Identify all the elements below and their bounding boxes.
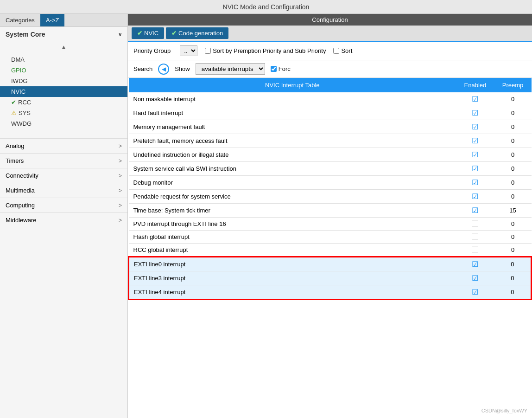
col-interrupt-name: NVIC Interrupt Table [129, 78, 456, 92]
checkbox-checked-icon: ☑ [472, 179, 478, 186]
interrupt-enabled-cell[interactable]: ☑ [456, 134, 494, 148]
sidebar-item-nvic[interactable]: NVIC [0, 86, 127, 97]
interrupt-enabled-cell[interactable] [456, 218, 494, 231]
sidebar-item-iwdg[interactable]: IWDG [0, 76, 127, 86]
interrupt-enabled-cell[interactable]: ☑ [456, 120, 494, 134]
config-section: Configuration ✔ NVIC ✔ Code generation P… [128, 14, 532, 418]
table-row: PVD interrupt through EXTI line 160 [129, 218, 532, 231]
sys-warn-icon: ⚠ [11, 109, 17, 116]
tab-nvic[interactable]: ✔ NVIC [132, 27, 164, 39]
interrupt-enabled-cell[interactable]: ☑ [456, 204, 494, 218]
interrupt-name-cell: PVD interrupt through EXTI line 16 [129, 218, 456, 231]
table-row: RCC global interrupt0 [129, 244, 532, 257]
table-row: EXTI line0 interrupt☑0 [129, 257, 532, 271]
sidebar-item-dma[interactable]: DMA [0, 54, 127, 65]
sidebar-item-computing[interactable]: Computing > [0, 198, 127, 212]
table-row: Flash global interrupt0 [129, 231, 532, 244]
interrupt-preempt-cell: 0 [494, 92, 532, 106]
search-label: Search [133, 65, 152, 72]
sidebar: Categories A->Z System Core ∨ ▲ DMA GPIO… [0, 14, 128, 418]
sidebar-tabs: Categories A->Z [0, 14, 127, 27]
sidebar-item-sys[interactable]: ⚠SYS [0, 108, 127, 118]
interrupt-enabled-cell[interactable]: ☑ [456, 92, 494, 106]
show-select[interactable]: available interrupts [196, 63, 265, 75]
interrupt-enabled-cell[interactable]: ☑ [456, 271, 494, 285]
nvic-check-icon: ✔ [137, 30, 142, 37]
checkbox-checked-icon: ☑ [472, 95, 478, 103]
interrupt-name-cell: Debug monitor [129, 176, 456, 190]
interrupt-preempt-cell: 0 [494, 176, 532, 190]
interrupt-enabled-cell[interactable]: ☑ [456, 148, 494, 162]
interrupt-name-cell: RCC global interrupt [129, 244, 456, 257]
computing-arrow: > [119, 202, 122, 209]
sidebar-item-timers[interactable]: Timers > [0, 153, 127, 168]
config-header: Configuration [128, 14, 532, 26]
timers-arrow: > [119, 158, 122, 164]
sidebar-item-middleware[interactable]: Middleware > [0, 212, 127, 227]
options-row: Priority Group .. Sort by Premption Prio… [128, 42, 532, 60]
interrupt-preempt-cell: 0 [494, 218, 532, 231]
system-core-chevron: ∨ [118, 32, 122, 38]
search-circle-icon: ◀ [162, 66, 166, 72]
interrupt-preempt-cell: 0 [494, 257, 532, 271]
tab-a-z[interactable]: A->Z [40, 14, 65, 26]
tab-code-gen[interactable]: ✔ Code generation [166, 27, 228, 39]
table-header-row: NVIC Interrupt Table Enabled Preemp [129, 78, 532, 92]
interrupt-name-cell: Hard fault interrupt [129, 106, 456, 120]
interrupt-name-cell: System service call via SWI instruction [129, 162, 456, 176]
table-row: Hard fault interrupt☑0 [129, 106, 532, 120]
sidebar-item-gpio[interactable]: GPIO [0, 65, 127, 76]
interrupt-enabled-cell[interactable]: ☑ [456, 285, 494, 300]
priority-group-select[interactable]: .. [180, 45, 197, 56]
multimedia-arrow: > [119, 187, 122, 194]
interrupt-enabled-cell[interactable]: ☑ [456, 176, 494, 190]
table-row: EXTI line4 interrupt☑0 [129, 285, 532, 300]
search-icon-btn[interactable]: ◀ [158, 64, 169, 75]
sidebar-item-rcc[interactable]: ✔RCC [0, 97, 127, 108]
rcc-check-icon: ✔ [11, 99, 16, 106]
interrupt-preempt-cell: 0 [494, 162, 532, 176]
interrupt-preempt-cell: 0 [494, 106, 532, 120]
tab-categories[interactable]: Categories [0, 14, 40, 26]
interrupt-name-cell: EXTI line3 interrupt [129, 271, 456, 285]
interrupt-enabled-cell[interactable]: ☑ [456, 106, 494, 120]
watermark: CSDN@silly_foxWY [481, 408, 527, 413]
system-core-header[interactable]: System Core ∨ [0, 27, 127, 42]
sidebar-item-analog[interactable]: Analog > [0, 138, 127, 153]
checkbox-unchecked-icon [472, 246, 478, 252]
force-checkbox[interactable] [271, 66, 277, 72]
sidebar-item-wwdg[interactable]: WWDG [0, 118, 127, 129]
up-arrow: ▲ [0, 42, 127, 52]
table-row: Undefined instruction or illegal state☑0 [129, 148, 532, 162]
col-preempt: Preemp [494, 78, 532, 92]
interrupt-table-container: NVIC Interrupt Table Enabled Preemp Non … [128, 78, 532, 418]
interrupt-preempt-cell: 0 [494, 285, 532, 300]
interrupt-preempt-cell: 0 [494, 244, 532, 257]
table-row: EXTI line3 interrupt☑0 [129, 271, 532, 285]
sort-checkbox[interactable] [333, 48, 339, 54]
col-enabled: Enabled [456, 78, 494, 92]
sort-premption-label: Sort by Premption Priority and Sub Prior… [205, 47, 326, 54]
interrupt-name-cell: Memory management fault [129, 120, 456, 134]
interrupt-name-cell: Flash global interrupt [129, 231, 456, 244]
interrupt-enabled-cell[interactable]: ☑ [456, 257, 494, 271]
checkbox-checked-icon: ☑ [472, 288, 478, 296]
table-row: Memory management fault☑0 [129, 120, 532, 134]
checkbox-checked-icon: ☑ [472, 193, 478, 200]
interrupt-enabled-cell[interactable]: ☑ [456, 190, 494, 204]
sidebar-item-multimedia[interactable]: Multimedia > [0, 183, 127, 198]
interrupt-preempt-cell: 0 [494, 148, 532, 162]
middleware-arrow: > [119, 217, 122, 224]
checkbox-checked-icon: ☑ [472, 137, 478, 145]
sidebar-item-connectivity[interactable]: Connectivity > [0, 168, 127, 183]
checkbox-checked-icon: ☑ [472, 123, 478, 131]
interrupt-enabled-cell[interactable] [456, 231, 494, 244]
interrupt-enabled-cell[interactable]: ☑ [456, 162, 494, 176]
checkbox-checked-icon: ☑ [472, 274, 478, 282]
top-bar: NVIC Mode and Configuration [0, 0, 532, 14]
interrupt-preempt-cell: 0 [494, 271, 532, 285]
interrupt-enabled-cell[interactable] [456, 244, 494, 257]
sort-premption-checkbox[interactable] [205, 48, 211, 54]
interrupt-preempt-cell: 0 [494, 190, 532, 204]
checkbox-checked-icon: ☑ [472, 151, 478, 159]
